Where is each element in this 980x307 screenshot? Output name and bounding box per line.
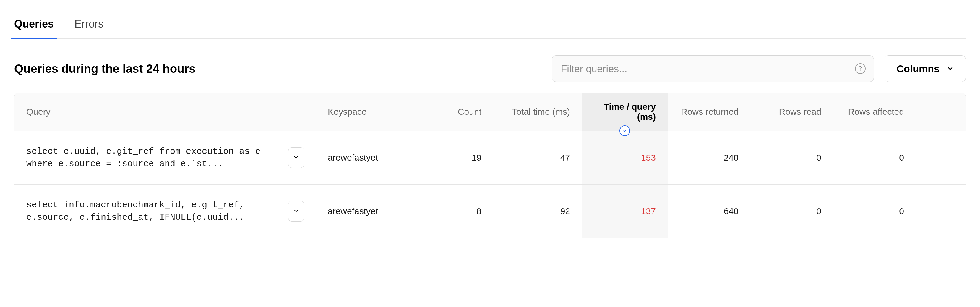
table-header: Query Keyspace Count Total time (ms) Tim…: [14, 93, 966, 131]
query-cell: select info.macrobenchmark_id, e.git_ref…: [26, 199, 304, 224]
th-keyspace[interactable]: Keyspace: [316, 93, 404, 131]
expand-query-button[interactable]: [288, 147, 304, 168]
chevron-down-icon: [293, 153, 299, 163]
th-rows-affected[interactable]: Rows affected: [833, 93, 916, 131]
th-rows-returned[interactable]: Rows returned: [668, 93, 750, 131]
sort-indicator-icon: [619, 125, 630, 136]
td-time-per-query: 137: [582, 185, 668, 238]
td-rows-returned: 240: [668, 131, 750, 184]
td-rows-read: 0: [750, 131, 833, 184]
td-query: select info.macrobenchmark_id, e.git_ref…: [14, 185, 316, 238]
tabs-bar: Queries Errors: [14, 0, 966, 39]
page-title: Queries during the last 24 hours: [14, 62, 195, 75]
th-query[interactable]: Query: [14, 93, 316, 131]
td-keyspace: arewefastyet: [316, 131, 404, 184]
tab-queries[interactable]: Queries: [14, 18, 54, 38]
th-time-per-query-label: Time / query (ms): [594, 102, 656, 122]
chevron-down-icon: [293, 206, 299, 216]
table-body: select e.uuid, e.git_ref from execution …: [14, 131, 966, 238]
query-text: select info.macrobenchmark_id, e.git_ref…: [26, 199, 280, 224]
td-query: select e.uuid, e.git_ref from execution …: [14, 131, 316, 184]
td-rows-returned: 640: [668, 185, 750, 238]
td-rows-read: 0: [750, 185, 833, 238]
th-rows-read[interactable]: Rows read: [750, 93, 833, 131]
tab-errors[interactable]: Errors: [75, 18, 103, 38]
th-count[interactable]: Count: [404, 93, 493, 131]
td-time-per-query: 153: [582, 131, 668, 184]
query-cell: select e.uuid, e.git_ref from execution …: [26, 145, 304, 170]
td-count: 8: [404, 185, 493, 238]
columns-button-label: Columns: [897, 63, 940, 75]
columns-button[interactable]: Columns: [885, 55, 966, 82]
th-time-per-query[interactable]: Time / query (ms): [582, 93, 668, 131]
td-total-time: 92: [493, 185, 582, 238]
td-count: 19: [404, 131, 493, 184]
queries-table: Query Keyspace Count Total time (ms) Tim…: [14, 93, 966, 238]
header-controls: ? Columns: [552, 55, 966, 82]
td-total-time: 47: [493, 131, 582, 184]
query-text: select e.uuid, e.git_ref from execution …: [26, 145, 280, 170]
help-icon[interactable]: ?: [855, 63, 865, 74]
expand-query-button[interactable]: [288, 201, 304, 222]
chevron-down-icon: [947, 65, 954, 72]
filter-wrap: ?: [552, 55, 874, 82]
td-rows-affected: 0: [833, 185, 916, 238]
td-keyspace: arewefastyet: [316, 185, 404, 238]
page-header-row: Queries during the last 24 hours ? Colum…: [14, 39, 966, 93]
td-rows-affected: 0: [833, 131, 916, 184]
filter-input[interactable]: [552, 55, 874, 82]
table-row: select info.macrobenchmark_id, e.git_ref…: [14, 185, 966, 238]
table-row: select e.uuid, e.git_ref from execution …: [14, 131, 966, 185]
th-total-time[interactable]: Total time (ms): [493, 93, 582, 131]
